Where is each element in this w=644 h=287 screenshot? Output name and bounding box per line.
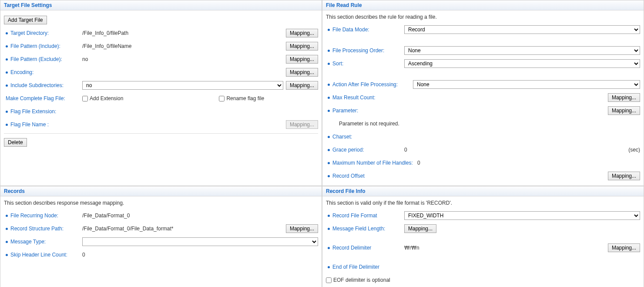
parameter-label: Parameter: (332, 108, 358, 114)
target-directory-label: Target Directory: (10, 30, 49, 36)
file-pattern-include-mapping-button[interactable]: Mapping... (286, 42, 318, 51)
rename-flag-file-checkbox-wrap[interactable]: Rename flag file (219, 95, 264, 101)
file-pattern-exclude-value: no (82, 56, 88, 62)
file-processing-order-select[interactable]: None (404, 46, 640, 55)
flag-file-extension-label: Flag File Extension: (10, 108, 56, 115)
message-field-length-label: Message Field Length: (332, 226, 385, 232)
record-file-format-select[interactable]: FIXED_WIDTH (404, 211, 640, 220)
eof-optional-checkbox[interactable] (326, 277, 332, 283)
bullet-icon (328, 215, 330, 217)
bullet-icon (328, 136, 330, 138)
eof-optional-label: EOF delimiter is optional (333, 277, 390, 283)
bullet-icon (6, 111, 8, 113)
skip-header-label: Skip Header Line Count: (10, 252, 67, 258)
bullet-icon (328, 110, 330, 112)
records-panel: Records This section describes response … (0, 186, 322, 287)
file-data-mode-select[interactable]: Record (404, 25, 640, 34)
file-pattern-exclude-label: File Pattern (Exclude): (10, 56, 62, 62)
rename-flag-file-checkbox[interactable] (219, 96, 225, 101)
bullet-icon (328, 50, 330, 52)
target-file-settings-panel: Target File Settings Add Target File Tar… (0, 0, 322, 186)
include-subdirectories-mapping-button[interactable]: Mapping... (286, 81, 318, 90)
parameter-mapping-button[interactable]: Mapping... (608, 106, 640, 115)
bullet-icon (6, 228, 8, 230)
file-pattern-exclude-mapping-button[interactable]: Mapping... (286, 55, 318, 64)
skip-header-value: 0 (82, 252, 85, 258)
record-structure-path-label: Record Structure Path: (10, 226, 64, 232)
make-complete-flag-label: Make Complete Flag File: (6, 95, 65, 101)
bullet-icon (6, 124, 8, 126)
add-target-file-button[interactable]: Add Target File (4, 16, 47, 24)
target-file-settings-title: Target File Settings (0, 0, 322, 10)
bullet-icon (328, 266, 330, 268)
records-desc: This section describes response message … (4, 200, 318, 206)
separator (4, 133, 318, 134)
bullet-icon (328, 247, 330, 249)
bullet-icon (6, 45, 8, 47)
add-extension-label: Add Extension (90, 95, 123, 101)
file-recurring-node-value: /File_Data/Format_0 (82, 213, 130, 219)
record-delimiter-value: ₩r₩n (404, 245, 419, 251)
bullet-icon (328, 162, 330, 164)
grace-period-unit: (sec) (628, 147, 640, 153)
flag-file-name-mapping-button[interactable]: Mapping... (286, 120, 318, 129)
message-type-select[interactable] (82, 237, 318, 246)
parameter-note: Parameter is not required. (339, 121, 399, 127)
delete-button[interactable]: Delete (4, 138, 27, 147)
file-recurring-node-label: File Recurring Node: (10, 213, 58, 219)
target-directory-mapping-button[interactable]: Mapping... (286, 29, 318, 37)
max-result-count-label: Max Result Count: (332, 95, 376, 101)
file-read-rule-panel: File Read Rule This section describes th… (322, 0, 644, 186)
bullet-icon (6, 254, 8, 256)
record-offset-mapping-button[interactable]: Mapping... (608, 172, 640, 180)
record-offset-label: Record Offset (332, 173, 365, 179)
file-processing-order-label: File Processing Order: (332, 47, 384, 54)
sort-select[interactable]: Ascending (404, 59, 640, 68)
bullet-icon (6, 32, 8, 34)
record-file-info-desc: This section is valid only if the file f… (326, 200, 640, 206)
include-subdirectories-select[interactable]: no (82, 81, 283, 90)
record-file-info-title: Record File Info (322, 186, 644, 196)
bullet-icon (6, 58, 8, 61)
encoding-label: Encoding: (10, 69, 34, 75)
rename-flag-file-label: Rename flag file (226, 95, 264, 101)
file-pattern-include-value: /File_Info_0/fileName (82, 43, 131, 49)
bullet-icon (328, 228, 330, 230)
eof-optional-checkbox-wrap[interactable]: EOF delimiter is optional (326, 277, 390, 283)
target-directory-value: /File_Info_0/filePath (82, 30, 128, 36)
grace-period-value: 0 (404, 147, 407, 153)
encoding-mapping-button[interactable]: Mapping... (286, 68, 318, 77)
file-pattern-include-label: File Pattern (Include): (10, 43, 60, 49)
add-extension-checkbox[interactable] (82, 96, 88, 101)
action-after-select[interactable]: None (413, 80, 640, 89)
max-handles-label: Maximum Number of File Handles: (332, 160, 413, 166)
action-after-label: Action After File Processing: (332, 81, 398, 88)
records-title: Records (0, 186, 322, 196)
file-data-mode-label: File Data Mode: (332, 27, 369, 33)
grace-period-label: Grace period: (332, 147, 364, 153)
bullet-icon (328, 63, 330, 65)
bullet-icon (6, 241, 8, 243)
record-delimiter-label: Record Delimiter (332, 245, 371, 251)
bullet-icon (6, 215, 8, 217)
record-structure-path-mapping-button[interactable]: Mapping... (286, 224, 318, 233)
file-read-rule-title: File Read Rule (322, 0, 644, 10)
charset-label: Charset: (332, 134, 352, 140)
message-field-length-mapping-button[interactable]: Mapping... (404, 224, 436, 233)
bullet-icon (328, 97, 330, 99)
max-result-count-mapping-button[interactable]: Mapping... (608, 93, 640, 102)
add-extension-checkbox-wrap[interactable]: Add Extension (82, 95, 123, 101)
bullet-icon (328, 29, 330, 31)
record-delimiter-mapping-button[interactable]: Mapping... (608, 243, 640, 252)
record-structure-path-value: /File_Data/Format_0/File_Data_format* (82, 226, 173, 232)
record-file-info-panel: Record File Info This section is valid o… (322, 186, 644, 287)
sort-label: Sort: (332, 61, 343, 67)
flag-file-name-label: Flag File Name : (10, 122, 49, 128)
bullet-icon (328, 149, 330, 151)
bullet-icon (328, 84, 330, 86)
message-type-label: Message Type: (10, 239, 46, 245)
record-file-format-label: Record File Format (332, 213, 377, 219)
bullet-icon (6, 71, 8, 74)
max-handles-value: 0 (417, 160, 420, 166)
include-subdirectories-label: Include Subdirectories: (10, 82, 64, 88)
